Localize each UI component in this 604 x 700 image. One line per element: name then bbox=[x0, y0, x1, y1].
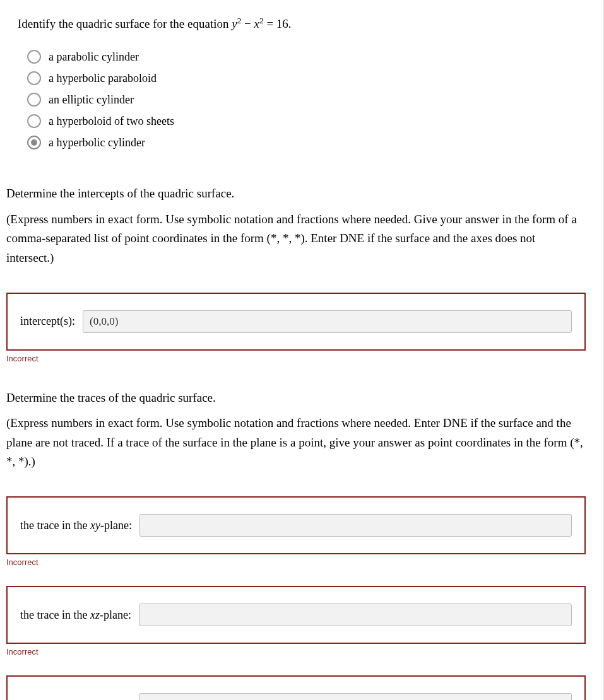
traces-line2: (Express numbers in exact form. Use symb… bbox=[6, 414, 586, 471]
trace-xy-answer-box: the trace in the xy-plane: bbox=[6, 496, 586, 554]
intercepts-instructions: Determine the intercepts of the quadric … bbox=[6, 184, 597, 267]
radio-option-elliptic-cylinder[interactable]: an elliptic cylinder bbox=[27, 93, 597, 107]
traces-instructions: Determine the traces of the quadric surf… bbox=[6, 388, 597, 472]
eq-minus: − bbox=[241, 17, 254, 30]
intercepts-answer-box: intercept(s): bbox=[6, 293, 586, 351]
question-text: Identify the quadric surface for the equ… bbox=[18, 16, 597, 31]
question-prefix: Identify the quadric surface for the equ… bbox=[18, 17, 232, 30]
intercepts-label: intercept(s): bbox=[20, 315, 75, 328]
trace-xz-feedback: Incorrect bbox=[6, 647, 597, 656]
eq-rhs: = 16. bbox=[264, 17, 292, 30]
trace-xy-a: x bbox=[90, 519, 95, 532]
radio-group: a parabolic cylinder a hyperbolic parabo… bbox=[27, 50, 597, 149]
eq-x: x bbox=[254, 17, 259, 30]
radio-option-hyperboloid-two-sheets[interactable]: a hyperboloid of two sheets bbox=[27, 114, 597, 128]
trace-xz-prefix: the trace in the bbox=[20, 609, 90, 621]
radio-label: a hyperbolic cylinder bbox=[49, 136, 145, 149]
traces-line1: Determine the traces of the quadric surf… bbox=[6, 388, 586, 407]
trace-xy-input[interactable] bbox=[139, 514, 572, 537]
eq-y: y bbox=[232, 17, 237, 30]
intercepts-feedback: Incorrect bbox=[6, 354, 597, 363]
trace-xy-feedback: Incorrect bbox=[6, 557, 597, 567]
eq-x-exp: 2 bbox=[259, 16, 264, 25]
trace-xy-prefix: the trace in the bbox=[20, 519, 90, 532]
intercepts-line2: (Express numbers in exact form. Use symb… bbox=[6, 210, 586, 267]
trace-xy-b: y bbox=[95, 519, 100, 532]
radio-label: a hyperbolic paraboloid bbox=[49, 72, 157, 85]
radio-option-parabolic-cylinder[interactable]: a parabolic cylinder bbox=[27, 50, 597, 64]
radio-option-hyperbolic-cylinder[interactable]: a hyperbolic cylinder bbox=[27, 136, 597, 149]
intercepts-input[interactable] bbox=[83, 310, 572, 333]
trace-xz-b: z bbox=[95, 609, 100, 621]
trace-yz-input[interactable] bbox=[139, 693, 572, 700]
trace-xy-label: the trace in the xy-plane: bbox=[20, 519, 132, 532]
trace-xz-input[interactable] bbox=[139, 604, 572, 626]
radio-icon bbox=[27, 50, 41, 64]
radio-icon bbox=[27, 136, 41, 149]
trace-xz-a: x bbox=[90, 609, 95, 621]
trace-xz-suffix: -plane: bbox=[100, 609, 131, 621]
trace-xz-label: the trace in the xz-plane: bbox=[20, 609, 131, 622]
radio-icon bbox=[27, 93, 41, 107]
trace-xy-suffix: -plane: bbox=[100, 519, 132, 532]
trace-xz-answer-box: the trace in the xz-plane: bbox=[6, 586, 586, 644]
intercepts-line1: Determine the intercepts of the quadric … bbox=[6, 184, 586, 203]
radio-option-hyperbolic-paraboloid[interactable]: a hyperbolic paraboloid bbox=[27, 71, 597, 85]
radio-label: a parabolic cylinder bbox=[49, 50, 139, 64]
radio-label: a hyperboloid of two sheets bbox=[49, 115, 174, 128]
radio-label: an elliptic cylinder bbox=[49, 93, 134, 107]
radio-icon bbox=[27, 71, 41, 85]
trace-yz-answer-box: the trace in the yz-plane: bbox=[6, 675, 586, 700]
radio-icon bbox=[27, 114, 41, 128]
